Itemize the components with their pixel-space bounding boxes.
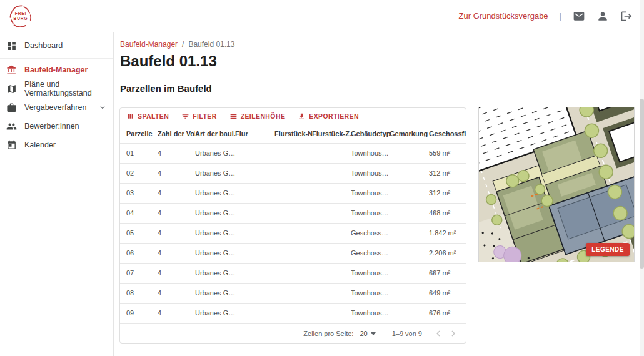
export-button[interactable]: EXPORTIEREN (298, 112, 359, 121)
sidebar: Dashboard Baufeld-Manager Pläne und Verm… (0, 32, 114, 356)
rows-per-page-label: Zeilen pro Seite: (303, 330, 353, 337)
table-cell: 4 (158, 183, 195, 203)
table-cell: - (312, 143, 351, 163)
table-cell: 667 m² (429, 263, 466, 283)
column-header[interactable]: Zahl der Vol… (158, 124, 195, 143)
table-cell: - (274, 203, 312, 223)
table-cell: Townhous… (351, 163, 390, 183)
columns-button[interactable]: SPALTEN (126, 112, 169, 121)
filter-button[interactable]: FILTER (181, 112, 216, 121)
table-cell: - (274, 223, 312, 243)
table-cell: - (274, 183, 312, 203)
next-page-button[interactable] (446, 326, 461, 341)
sidebar-item-dashboard[interactable]: Dashboard (0, 35, 113, 56)
dropdown-caret-icon (371, 332, 376, 335)
legend-button[interactable]: LEGENDE (586, 243, 630, 256)
columns-icon (126, 112, 134, 121)
table-cell: 4 (158, 203, 195, 223)
column-header[interactable]: Gebäudetyp… (351, 124, 390, 143)
table-cell: - (235, 283, 274, 303)
column-header[interactable]: Flur (235, 124, 274, 143)
mail-icon[interactable] (573, 10, 585, 22)
columns-button-label: SPALTEN (138, 112, 169, 120)
sidebar-item-baufeld-manager[interactable]: Baufeld-Manager (0, 61, 113, 79)
column-header[interactable]: Geschossflä (429, 124, 466, 143)
previous-page-button[interactable] (431, 326, 446, 341)
table-row[interactable]: 074Urbanes G…---Townhous…-667 m² (120, 263, 466, 283)
table-cell: - (274, 243, 312, 263)
column-header[interactable]: Gemarkung (390, 124, 429, 143)
chevron-left-icon (433, 328, 444, 339)
column-header[interactable]: Art der baul…. (195, 124, 235, 143)
table-cell: Townhous… (351, 303, 390, 323)
table-row[interactable]: 044Urbanes G…---Townhous…-468 m² (120, 203, 466, 223)
column-header[interactable]: Flurstück-N… (274, 124, 312, 143)
calendar-icon (6, 140, 17, 151)
table-cell: 4 (158, 243, 195, 263)
rows-per-page-value: 20 (360, 330, 367, 337)
briefcase-icon (6, 102, 17, 113)
page-title: Baufeld 01.13 (120, 52, 217, 70)
table-cell: 4 (158, 223, 195, 243)
sidebar-item-kalender[interactable]: Kalender (0, 136, 113, 154)
table-cell: Urbanes G… (195, 263, 235, 283)
table-cell: - (235, 223, 274, 243)
table-row[interactable]: 034Urbanes G…---Townhous…-312 m² (120, 183, 466, 203)
sidebar-item-vergabeverfahren[interactable]: Vergabeverfahren (0, 98, 113, 117)
table-cell: Urbanes G… (195, 303, 235, 323)
table-cell: Urbanes G… (195, 163, 235, 183)
table-cell: 05 (120, 223, 158, 243)
breadcrumb-separator: / (182, 40, 184, 49)
table-cell: - (274, 303, 312, 323)
table-cell: 02 (120, 163, 158, 183)
table-body: 014Urbanes G…---Townhous…-559 m²024Urban… (120, 143, 466, 323)
filter-button-label: FILTER (193, 112, 216, 120)
table-cell: - (390, 263, 429, 283)
logout-icon[interactable] (620, 10, 633, 22)
download-icon (298, 112, 306, 121)
people-icon (6, 121, 17, 132)
table-row[interactable]: 084Urbanes G…---Townhous…-649 m² (120, 283, 466, 303)
table-cell: - (274, 283, 312, 303)
main-content: Baufeld-Manager / Baufeld 01.13 Baufeld … (114, 32, 644, 356)
breadcrumb: Baufeld-Manager / Baufeld 01.13 (120, 40, 234, 49)
table-cell: Townhous… (351, 203, 390, 223)
parcel-table: ParzelleZahl der Vol…Art der baul….FlurF… (120, 124, 466, 323)
table-cell: - (274, 263, 312, 283)
table-cell: 1.842 m² (429, 223, 466, 243)
sidebar-item-bewerberinnen[interactable]: Bewerber:innen (0, 117, 113, 136)
breadcrumb-parent-link[interactable]: Baufeld-Manager (120, 40, 178, 49)
table-cell: Urbanes G… (195, 203, 235, 223)
table-cell: - (312, 283, 351, 303)
table-cell: - (390, 143, 429, 163)
table-cell: 468 m² (429, 203, 466, 223)
table-cell: - (390, 223, 429, 243)
table-row[interactable]: 024Urbanes G…---Townhous…-312 m² (120, 163, 466, 183)
table-row[interactable]: 094Urbanes G…---Townhous…-676 m² (120, 303, 466, 323)
table-cell: 4 (158, 163, 195, 183)
table-row[interactable]: 064Urbanes G…---Geschoss…-2.206 m² (120, 243, 466, 263)
sidebar-item-plaene-und-vermarktungsstand[interactable]: Pläne und Vermarktungsstand (0, 79, 113, 98)
rows-per-page-select[interactable]: 20 (360, 330, 375, 337)
table-cell: 312 m² (429, 163, 466, 183)
table-cell: 4 (158, 143, 195, 163)
grundstuecksvergabe-link[interactable]: Zur Grundstücksvergabe (459, 11, 548, 21)
page-scrollbar[interactable] (640, 0, 644, 356)
table-cell: 4 (158, 303, 195, 323)
row-height-button[interactable]: ZEILENHÖHE (229, 112, 286, 121)
table-cell: - (235, 163, 274, 183)
table-row[interactable]: 054Urbanes G…---Geschoss…-1.842 m² (120, 223, 466, 243)
scrollbar-thumb[interactable] (640, 99, 644, 269)
column-header[interactable]: Parzelle (120, 124, 158, 143)
table-row[interactable]: 014Urbanes G…---Townhous…-559 m² (120, 143, 466, 163)
topbar: FREI BURG Zur Grundstücksvergabe | (0, 0, 644, 32)
user-account-icon[interactable] (596, 10, 609, 22)
building-icon (6, 65, 17, 76)
table-cell: Townhous… (351, 283, 390, 303)
site-plan-map[interactable]: LEGENDE (478, 107, 635, 262)
table-cell: 07 (120, 263, 158, 283)
table-cell: - (390, 283, 429, 303)
column-header[interactable]: Flurstück-Z… (312, 124, 351, 143)
table-cell: - (312, 303, 351, 323)
table-cell: Urbanes G… (195, 143, 235, 163)
